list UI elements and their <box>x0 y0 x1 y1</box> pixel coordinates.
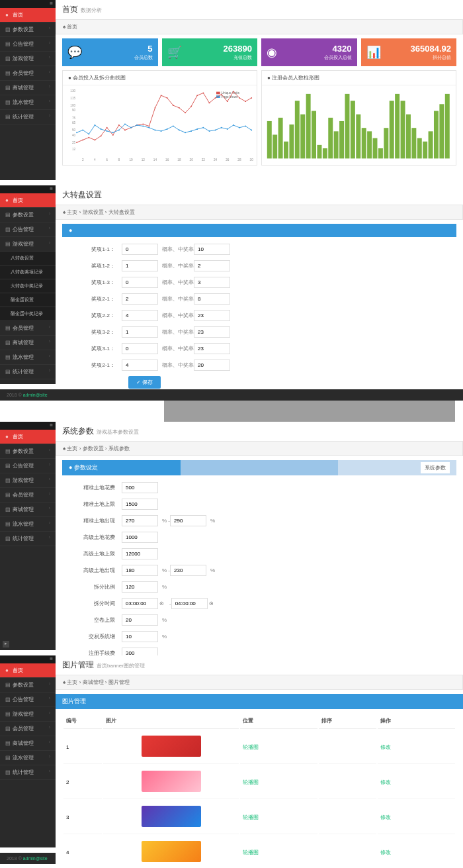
sidebar-item[interactable]: ▤商城管理› <box>0 336 56 350</box>
stat-icon: ◉ <box>267 45 277 60</box>
svg-point-26 <box>148 126 149 127</box>
edit-link[interactable]: 修改 <box>378 800 455 834</box>
rate-input[interactable] <box>194 326 230 338</box>
cell-position[interactable]: 轮播图 <box>240 765 317 799</box>
sidebar-item[interactable]: ▤游戏管理› <box>0 237 56 252</box>
param-input[interactable] <box>122 532 158 543</box>
param-input[interactable] <box>170 565 206 576</box>
rate-input[interactable] <box>194 310 230 321</box>
prize-input[interactable] <box>122 293 158 305</box>
clock-icon[interactable]: ⊙ <box>159 601 164 606</box>
param-input[interactable] <box>170 515 206 526</box>
sidebar-item[interactable]: ▤流水管理› <box>0 95 56 110</box>
sidebar-item[interactable]: ▤参数设置› <box>0 678 56 693</box>
save-button[interactable]: ✓ 保存 <box>128 376 161 389</box>
sidebar-item[interactable]: ●首页 <box>0 193 56 208</box>
breadcrumb: ♠ 主页 › 游戏设置 › 大转盘设置 <box>56 205 463 220</box>
sidebar-toggle-icon[interactable]: ■ <box>0 0 56 8</box>
sidebar-item[interactable]: ▤统计管理› <box>0 765 56 780</box>
svg-text:12: 12 <box>72 148 76 151</box>
sidebar-item[interactable]: ▤流水管理› <box>0 517 56 532</box>
edit-link[interactable]: 修改 <box>378 765 455 799</box>
sidebar-item[interactable]: ▤参数设置› <box>0 23 56 37</box>
sidebar-item[interactable]: ●首页 <box>0 663 56 678</box>
footer-link[interactable]: admin@site <box>23 856 48 861</box>
cell-position[interactable]: 轮播图 <box>240 800 317 834</box>
edit-link[interactable]: 修改 <box>378 836 455 864</box>
param-input[interactable] <box>122 614 158 626</box>
clock-icon[interactable]: ⊙ <box>209 601 214 606</box>
svg-rect-118 <box>429 131 433 158</box>
sidebar-item[interactable]: ▤游戏管理› <box>0 473 56 488</box>
sidebar-item[interactable]: ●首页 <box>0 430 56 444</box>
prize-input[interactable] <box>122 310 158 321</box>
param-input[interactable] <box>122 598 158 609</box>
param-input[interactable] <box>122 581 158 593</box>
sidebar-item[interactable]: ▤统计管理› <box>0 365 56 379</box>
rate-input[interactable] <box>194 277 230 288</box>
prize-input[interactable] <box>122 260 158 271</box>
sidebar-item[interactable]: ▤公告管理› <box>0 459 56 473</box>
sidebar-item[interactable]: ●首页 <box>0 8 56 23</box>
sidebar-item[interactable]: 砸金蛋中奖记录 <box>0 307 56 321</box>
sidebar-item[interactable]: ▤公告管理› <box>0 693 56 707</box>
sidebar-toggle-icon[interactable]: ■ <box>0 185 56 193</box>
sidebar-toggle-icon[interactable]: ■ <box>0 422 56 430</box>
rate-input[interactable] <box>194 343 230 354</box>
stat-card[interactable]: 📊365084.92拆分总值 <box>361 38 457 66</box>
tab-system-params[interactable]: 系统参数 <box>421 462 450 473</box>
rate-input[interactable] <box>194 260 230 271</box>
prize-input[interactable] <box>122 360 158 371</box>
sidebar-item[interactable]: 大转盘中奖记录 <box>0 279 56 293</box>
prize-input[interactable] <box>122 277 158 288</box>
sidebar-item[interactable]: ▤公告管理› <box>0 222 56 237</box>
sidebar-item[interactable]: ▤商城管理› <box>0 736 56 751</box>
prize-input[interactable] <box>122 244 158 255</box>
prize-input[interactable] <box>122 326 158 338</box>
cell-position[interactable]: 轮播图 <box>240 730 317 764</box>
rate-input[interactable] <box>194 244 230 255</box>
sidebar-toggle-icon[interactable]: ■ <box>0 655 56 663</box>
cell-position[interactable]: 轮播图 <box>240 836 317 864</box>
param-input[interactable] <box>122 548 158 559</box>
sidebar-item[interactable]: ▤会员管理› <box>0 488 56 503</box>
sidebar-item[interactable]: ▤游戏管理› <box>0 707 56 722</box>
sidebar-item[interactable]: 八转盘奖项记录 <box>0 265 56 279</box>
rate-input[interactable] <box>194 293 230 305</box>
sidebar-item[interactable]: ▤流水管理› <box>0 751 56 765</box>
param-input[interactable] <box>122 515 158 526</box>
sidebar-item[interactable]: ▤统计管理› <box>0 110 56 124</box>
sidebar-item[interactable]: ▤会员管理› <box>0 722 56 736</box>
banner-thumbnail[interactable] <box>142 806 201 827</box>
param-input[interactable] <box>122 565 158 576</box>
sidebar-item[interactable]: 砸金蛋设置 <box>0 293 56 307</box>
prize-input[interactable] <box>122 343 158 354</box>
sidebar: ■ ●首页▤参数设置›▤公告管理›▤游戏管理›▤会员管理›▤商城管理›▤流水管理… <box>0 422 56 650</box>
sidebar-item[interactable]: ▤参数设置› <box>0 444 56 459</box>
sidebar-item[interactable]: ▤商城管理› <box>0 503 56 517</box>
cell-id: 4 <box>63 836 102 864</box>
banner-thumbnail[interactable] <box>142 771 201 792</box>
edit-link[interactable]: 修改 <box>378 730 455 764</box>
sidebar-item[interactable]: ▤参数设置› <box>0 208 56 222</box>
sidebar-item[interactable]: ▤统计管理› <box>0 532 56 546</box>
param-input[interactable] <box>122 499 158 510</box>
sidebar-item[interactable]: 八转盘设置 <box>0 252 56 265</box>
sidebar-item[interactable]: ▤流水管理› <box>0 350 56 365</box>
rate-input[interactable] <box>194 360 230 371</box>
footer-link[interactable]: admin@site <box>23 393 48 397</box>
banner-thumbnail[interactable] <box>142 736 201 757</box>
stat-card[interactable]: 🛒263890充值总数 <box>162 38 258 66</box>
stat-card[interactable]: 💬5会员总数 <box>62 38 158 66</box>
param-input[interactable] <box>122 631 158 642</box>
sidebar-item[interactable]: ▤会员管理› <box>0 321 56 336</box>
banner-thumbnail[interactable] <box>142 841 201 862</box>
sidebar-item[interactable]: ▤公告管理› <box>0 37 56 52</box>
sidebar-item[interactable]: ▤游戏管理› <box>0 52 56 66</box>
expand-icon[interactable]: ▸ <box>3 641 9 648</box>
sidebar-item[interactable]: ▤商城管理› <box>0 81 56 95</box>
param-input[interactable] <box>171 598 208 609</box>
stat-card[interactable]: ◉4320会员投入总值 <box>261 38 357 66</box>
sidebar-item[interactable]: ▤会员管理› <box>0 66 56 81</box>
param-input[interactable] <box>122 482 158 493</box>
